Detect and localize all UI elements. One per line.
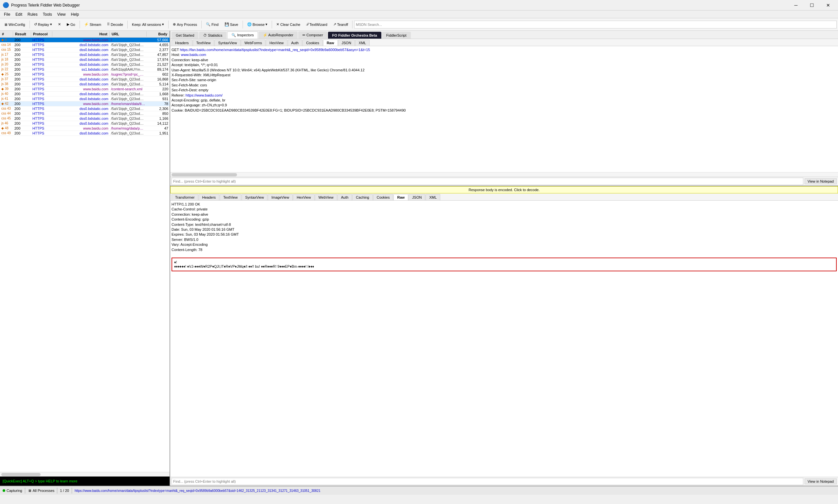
encoded-data-text: ♦!♦♦♦♦♦♦! ♦VJ-♦♦♦W♦R2P♦QJI,IT♦R♦VP♦JMq♦/… <box>174 260 314 268</box>
right-pane: Get Started ⏱ Statistics 🔍 Inspectors ⚡ … <box>170 31 838 486</box>
toolbar-separator <box>30 21 30 29</box>
menu-rules[interactable]: Rules <box>25 12 40 17</box>
resp-tab-headers[interactable]: Headers <box>199 194 220 200</box>
table-row[interactable]: ◆ 4 200 HTTPS www.baidu.com / 57,666 <box>0 38 170 42</box>
menu-tools[interactable]: Tools <box>40 12 55 17</box>
req-tab-webforms[interactable]: WebForms <box>241 40 266 46</box>
replay-icon: ↺ <box>34 22 37 26</box>
toolbar: 🖥 WinConfig ↺ Replay ▾ ✕ ▶ Go ⚡ Stream ⠿… <box>0 18 838 31</box>
table-row[interactable]: js 38 200 HTTPS dss0.bdstatic.com /5aV1b… <box>0 82 170 87</box>
resp-tab-json[interactable]: JSON <box>409 194 425 200</box>
req-tab-textview[interactable]: TextView <box>193 40 214 46</box>
process-icon-status: 🖥 <box>28 489 32 492</box>
resp-tab-webview[interactable]: WebView <box>315 194 337 200</box>
count-label: 1 / 20 <box>60 489 69 492</box>
table-row[interactable]: css 43 200 HTTPS dss0.bdstatic.com /5aV1… <box>0 106 170 111</box>
request-scroll-thumb[interactable] <box>172 173 237 176</box>
resp-tab-raw[interactable]: Raw <box>393 194 408 200</box>
req-tab-syntaxview[interactable]: SyntaxView <box>214 40 240 46</box>
replay-x-button[interactable]: ✕ <box>55 20 64 29</box>
minimize-button[interactable]: ─ <box>788 0 803 10</box>
resp-tab-transformer[interactable]: Transformer <box>172 194 198 200</box>
table-row[interactable]: ◆ 42 200 HTTPS www.baidu.com /home/xman/… <box>0 102 170 106</box>
request-find-input[interactable] <box>172 178 803 185</box>
table-row[interactable]: js 46 200 HTTPS dss0.bdstatic.com /5aV1b… <box>0 121 170 126</box>
resp-tab-imageview[interactable]: ImageView <box>268 194 293 200</box>
clear-cache-button[interactable]: ✕ Clear Cache <box>274 20 303 29</box>
table-row[interactable]: ◆ 48 200 HTTPS www.baidu.com /home/msg/d… <box>0 126 170 131</box>
text-wizard-button[interactable]: 𝒯 TextWizard <box>303 20 329 29</box>
table-row[interactable]: js 17 200 HTTPS dss0.bdstatic.com /5aV1b… <box>0 52 170 57</box>
table-row[interactable]: js 20 200 HTTPS dss0.bdstatic.com /5aV1b… <box>0 62 170 67</box>
winconfig-button[interactable]: 🖥 WinConfig <box>1 20 28 29</box>
table-row[interactable]: js 37 200 HTTPS dss0.bdstatic.com /5aV1b… <box>0 77 170 82</box>
tab-get-started[interactable]: Get Started <box>172 32 198 39</box>
tab-fiddlerscript[interactable]: FiddlerScript <box>382 32 411 39</box>
replay-button[interactable]: ↺ Replay ▾ <box>32 20 55 29</box>
menu-edit[interactable]: Edit <box>13 12 25 17</box>
table-row[interactable]: css 14 200 HTTPS dss0.bdstatic.com /5aV1… <box>0 42 170 48</box>
table-row[interactable]: css 44 200 HTTPS dss0.bdstatic.com /5aV1… <box>0 111 170 116</box>
request-view-notepad-button[interactable]: View in Notepad <box>805 178 837 184</box>
close-button[interactable]: ✕ <box>821 0 835 10</box>
table-row[interactable]: ◆ 39 200 HTTPS www.baidu.com /content-se… <box>0 87 170 92</box>
session-result: 200 <box>13 67 31 72</box>
request-find-bar: View in Notepad <box>170 177 838 185</box>
req-tab-raw[interactable]: Raw <box>323 40 338 46</box>
table-row[interactable]: css 15 200 HTTPS dss0.bdstatic.com /5aV1… <box>0 48 170 52</box>
maximize-button[interactable]: ☐ <box>805 0 819 10</box>
req-tab-xml[interactable]: XML <box>355 40 370 46</box>
resp-tab-syntaxview[interactable]: SyntaxView <box>242 194 267 200</box>
tab-fiddler-orchestra[interactable]: FO Fiddler Orchestra Beta <box>328 32 381 39</box>
req-tab-json[interactable]: JSON <box>338 40 355 46</box>
session-num: js 22 <box>0 67 13 72</box>
req-tab-headers[interactable]: Headers <box>172 40 193 46</box>
table-row[interactable]: js 40 200 HTTPS dss0.bdstatic.com /5aV1b… <box>0 92 170 96</box>
find-button[interactable]: 🔍 Find <box>203 20 221 29</box>
menu-bar: File Edit Rules Tools View Help <box>0 11 838 18</box>
scroll-thumb[interactable] <box>1 473 40 476</box>
msdn-search-input[interactable] <box>354 21 837 29</box>
menu-file[interactable]: File <box>1 12 13 17</box>
req-tab-cookies[interactable]: Cookies <box>302 40 323 46</box>
stream-button[interactable]: ⚡ Stream <box>82 20 104 29</box>
encoded-banner[interactable]: Response body is encoded. Click to decod… <box>170 186 838 194</box>
req-tab-hexview[interactable]: HexView <box>266 40 287 46</box>
session-url: /5aV1bjqh_Q23odCf/stati... <box>110 96 147 101</box>
req-tab-auth[interactable]: Auth <box>288 40 302 46</box>
decode-button[interactable]: ⠿ Decode <box>104 20 126 29</box>
any-process-button[interactable]: ⊕ Any Process <box>170 20 200 29</box>
h-scrollbar[interactable] <box>0 472 170 476</box>
tab-composer[interactable]: ✏ Composer <box>298 32 327 39</box>
table-row[interactable]: js 22 200 HTTPS ss1.bdstatic.com /5eN1bj… <box>0 67 170 72</box>
resp-tab-hexview[interactable]: HexView <box>293 194 314 200</box>
session-protocol: HTTPS <box>31 92 52 96</box>
table-row[interactable]: css 45 200 HTTPS dss0.bdstatic.com /5aV1… <box>0 116 170 121</box>
response-find-input[interactable] <box>172 478 803 485</box>
menu-help[interactable]: Help <box>68 12 82 17</box>
resp-tab-cookies[interactable]: Cookies <box>373 194 393 200</box>
table-row[interactable]: js 41 200 HTTPS dss0.bdstatic.com /5aV1b… <box>0 96 170 102</box>
tab-inspectors[interactable]: 🔍 Inspectors <box>227 32 258 39</box>
session-host: www.baidu.com <box>52 87 110 91</box>
keep-sessions-button[interactable]: Keep: All sessions ▾ <box>129 20 167 29</box>
table-row[interactable]: css 49 200 HTTPS dss0.bdstatic.com /5aV1… <box>0 131 170 136</box>
browse-button[interactable]: 🌐 Browse ▾ <box>245 20 270 29</box>
resp-tab-caching[interactable]: Caching <box>352 194 373 200</box>
table-row[interactable]: ◆ 25 200 HTTPS www.baidu.com /sugrec?pro… <box>0 72 170 77</box>
tearoff-button[interactable]: ↗ Tearoff <box>331 20 351 29</box>
save-button[interactable]: 💾 Save <box>222 20 241 29</box>
resp-tab-auth[interactable]: Auth <box>338 194 352 200</box>
tab-statistics[interactable]: ⏱ Statistics <box>199 32 227 39</box>
go-button[interactable]: ▶ Go <box>64 20 78 29</box>
resp-tab-textview[interactable]: TextView <box>220 194 241 200</box>
session-body: 1,951 <box>147 131 170 136</box>
menu-view[interactable]: View <box>55 12 68 17</box>
stream-icon: ⚡ <box>84 22 89 26</box>
tab-autoresponder[interactable]: ⚡ AutoResponder <box>258 32 298 39</box>
session-result: 200 <box>13 121 31 126</box>
request-hscroll[interactable] <box>170 172 838 177</box>
response-view-notepad-button[interactable]: View in Notepad <box>805 479 837 484</box>
table-row[interactable]: js 18 200 HTTPS dss0.bdstatic.com /5aV1b… <box>0 57 170 62</box>
resp-tab-xml[interactable]: XML <box>426 194 440 200</box>
